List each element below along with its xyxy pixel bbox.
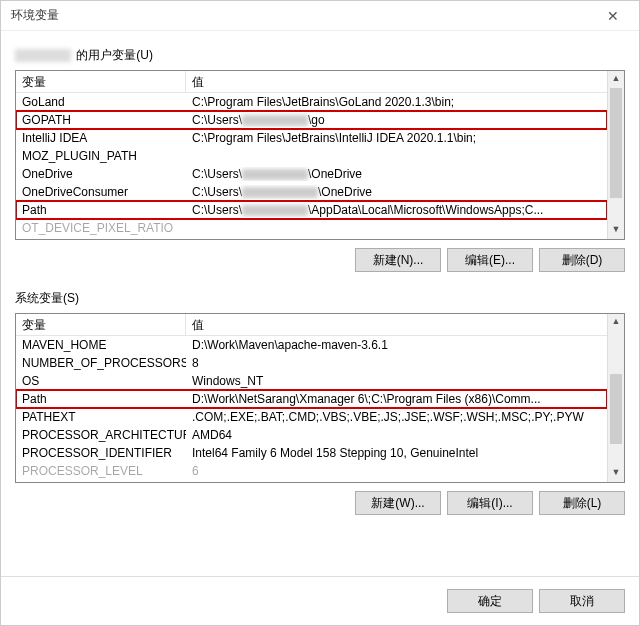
scroll-thumb[interactable] <box>610 374 622 444</box>
cell-var-name: OneDriveConsumer <box>16 185 186 199</box>
scroll-thumb[interactable] <box>610 88 622 198</box>
table-row[interactable]: OneDriveC:\Users\\OneDrive <box>16 165 607 183</box>
cell-var-name: Path <box>16 392 186 406</box>
scrollbar-vertical[interactable]: ▲ ▼ <box>607 314 624 482</box>
table-row[interactable]: OT_DEVICE_PIXEL_RATIO <box>16 219 607 237</box>
redacted-text <box>242 169 308 180</box>
table-row[interactable]: PROCESSOR_IDENTIFIERIntel64 Family 6 Mod… <box>16 444 607 462</box>
delete-button[interactable]: 删除(L) <box>539 491 625 515</box>
cell-var-name: Path <box>16 203 186 217</box>
cell-var-value: C:\Program Files\JetBrains\IntelliJ IDEA… <box>186 131 607 145</box>
redacted-text <box>242 115 308 126</box>
table-row[interactable]: GoLandC:\Program Files\JetBrains\GoLand … <box>16 93 607 111</box>
cell-var-name: OT_DEVICE_PIXEL_RATIO <box>16 221 186 235</box>
col-header-value[interactable]: 值 <box>186 71 624 92</box>
scroll-down-icon[interactable]: ▼ <box>608 465 624 482</box>
cell-var-value: D:\Work\NetSarang\Xmanager 6\;C:\Program… <box>186 392 607 406</box>
system-vars-list[interactable]: 变量 值 MAVEN_HOMED:\Work\Maven\apache-mave… <box>15 313 625 483</box>
scrollbar-vertical[interactable]: ▲ ▼ <box>607 71 624 239</box>
table-row[interactable]: MAVEN_HOMED:\Work\Maven\apache-maven-3.6… <box>16 336 607 354</box>
cell-var-value: C:\Users\\OneDrive <box>186 185 607 199</box>
user-vars-label: 的用户变量(U) <box>15 47 625 64</box>
table-row[interactable]: IntelliJ IDEAC:\Program Files\JetBrains\… <box>16 129 607 147</box>
table-row[interactable]: NUMBER_OF_PROCESSORS8 <box>16 354 607 372</box>
cell-var-value: 8 <box>186 356 607 370</box>
col-header-name[interactable]: 变量 <box>16 314 186 335</box>
cell-var-name: GOPATH <box>16 113 186 127</box>
redacted-username <box>15 49 71 62</box>
col-header-value[interactable]: 值 <box>186 314 624 335</box>
cell-var-name: MAVEN_HOME <box>16 338 186 352</box>
table-row[interactable]: PROCESSOR_ARCHITECTUREAMD64 <box>16 426 607 444</box>
cell-var-value: C:\Users\\OneDrive <box>186 167 607 181</box>
close-icon[interactable]: ✕ <box>593 8 633 24</box>
cell-var-name: GoLand <box>16 95 186 109</box>
cell-var-value: 6 <box>186 464 607 478</box>
system-button-row: 新建(W)... 编辑(I)... 删除(L) <box>15 491 625 515</box>
new-button[interactable]: 新建(W)... <box>355 491 441 515</box>
scroll-up-icon[interactable]: ▲ <box>608 314 624 331</box>
cell-var-name: IntelliJ IDEA <box>16 131 186 145</box>
cell-var-value: .COM;.EXE;.BAT;.CMD;.VBS;.VBE;.JS;.JSE;.… <box>186 410 607 424</box>
table-row[interactable]: MOZ_PLUGIN_PATH <box>16 147 607 165</box>
edit-button[interactable]: 编辑(E)... <box>447 248 533 272</box>
cell-var-name: PATHEXT <box>16 410 186 424</box>
scroll-up-icon[interactable]: ▲ <box>608 71 624 88</box>
cell-var-value: C:\Users\\go <box>186 113 607 127</box>
table-row[interactable]: PathD:\Work\NetSarang\Xmanager 6\;C:\Pro… <box>16 390 607 408</box>
cell-var-name: PROCESSOR_IDENTIFIER <box>16 446 186 460</box>
list-header: 变量 值 <box>16 314 624 336</box>
cell-var-name: MOZ_PLUGIN_PATH <box>16 149 186 163</box>
cell-var-name: OneDrive <box>16 167 186 181</box>
cell-var-value: Windows_NT <box>186 374 607 388</box>
delete-button[interactable]: 删除(D) <box>539 248 625 272</box>
env-vars-dialog: 环境变量 ✕ 的用户变量(U) 变量 值 GoLandC:\Program Fi… <box>0 0 640 626</box>
list-body: MAVEN_HOMED:\Work\Maven\apache-maven-3.6… <box>16 336 607 482</box>
cell-var-name: PROCESSOR_LEVEL <box>16 464 186 478</box>
cell-var-name: OS <box>16 374 186 388</box>
system-vars-label: 系统变量(S) <box>15 290 625 307</box>
cell-var-value: Intel64 Family 6 Model 158 Stepping 10, … <box>186 446 607 460</box>
col-header-name[interactable]: 变量 <box>16 71 186 92</box>
new-button[interactable]: 新建(N)... <box>355 248 441 272</box>
titlebar: 环境变量 ✕ <box>1 1 639 31</box>
cell-var-name: NUMBER_OF_PROCESSORS <box>16 356 186 370</box>
cell-var-name: PROCESSOR_ARCHITECTURE <box>16 428 186 442</box>
table-row[interactable]: GOPATHC:\Users\\go <box>16 111 607 129</box>
list-header: 变量 值 <box>16 71 624 93</box>
system-vars-group: 系统变量(S) 变量 值 MAVEN_HOMED:\Work\Maven\apa… <box>15 284 625 515</box>
table-row[interactable]: OneDriveConsumerC:\Users\\OneDrive <box>16 183 607 201</box>
dialog-button-bar: 确定 取消 <box>1 576 639 625</box>
user-vars-list[interactable]: 变量 值 GoLandC:\Program Files\JetBrains\Go… <box>15 70 625 240</box>
cell-var-value: C:\Users\\AppData\Local\Microsoft\Window… <box>186 203 607 217</box>
redacted-text <box>242 187 318 198</box>
cell-var-value: D:\Work\Maven\apache-maven-3.6.1 <box>186 338 607 352</box>
table-row[interactable]: PathC:\Users\\AppData\Local\Microsoft\Wi… <box>16 201 607 219</box>
table-row[interactable]: OSWindows_NT <box>16 372 607 390</box>
list-body: GoLandC:\Program Files\JetBrains\GoLand … <box>16 93 607 239</box>
table-row[interactable]: PROCESSOR_LEVEL6 <box>16 462 607 480</box>
dialog-content: 的用户变量(U) 变量 值 GoLandC:\Program Files\Jet… <box>1 31 639 576</box>
scroll-down-icon[interactable]: ▼ <box>608 222 624 239</box>
user-vars-group: 的用户变量(U) 变量 值 GoLandC:\Program Files\Jet… <box>15 41 625 272</box>
redacted-text <box>242 205 308 216</box>
cell-var-value: AMD64 <box>186 428 607 442</box>
window-title: 环境变量 <box>11 7 593 24</box>
cell-var-value: C:\Program Files\JetBrains\GoLand 2020.1… <box>186 95 607 109</box>
ok-button[interactable]: 确定 <box>447 589 533 613</box>
cancel-button[interactable]: 取消 <box>539 589 625 613</box>
edit-button[interactable]: 编辑(I)... <box>447 491 533 515</box>
table-row[interactable]: PATHEXT.COM;.EXE;.BAT;.CMD;.VBS;.VBE;.JS… <box>16 408 607 426</box>
user-button-row: 新建(N)... 编辑(E)... 删除(D) <box>15 248 625 272</box>
